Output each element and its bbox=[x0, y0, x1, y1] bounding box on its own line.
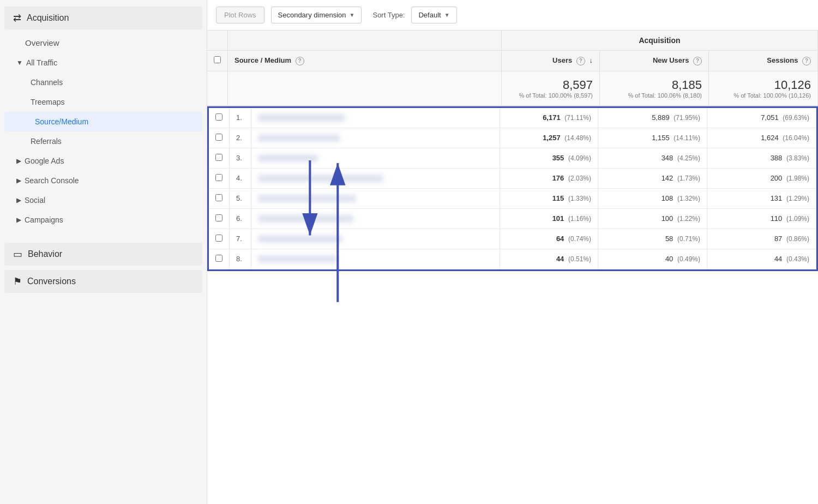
highlighted-data-section: 1. 6,171 (71.11%) 5,889 (71.95%) 7,051 (… bbox=[207, 106, 818, 271]
header-acquisition-group: Acquisition bbox=[502, 31, 818, 51]
row-source-cell bbox=[251, 229, 500, 249]
row-new-users-cell: 348 (4.25%) bbox=[598, 148, 707, 168]
table-row: 5. 115 (1.33%) 108 (1.32%) 131 (1.29%) bbox=[209, 188, 816, 208]
secondary-dimension-dropdown[interactable]: Secondary dimension ▼ bbox=[271, 7, 362, 23]
sidebar-item-social[interactable]: ▶ Social bbox=[0, 190, 207, 210]
row-checkbox[interactable] bbox=[215, 194, 222, 201]
sidebar-campaigns-label: Campaigns bbox=[25, 215, 63, 224]
sidebar-overview-label: Overview bbox=[25, 38, 59, 47]
row-checkbox-cell bbox=[209, 128, 230, 148]
chevron-right-icon-sc: ▶ bbox=[16, 177, 21, 184]
row-users-cell: 355 (4.09%) bbox=[500, 148, 598, 168]
sidebar-item-search-console[interactable]: ▶ Search Console bbox=[0, 171, 207, 190]
chevron-down-icon: ▼ bbox=[16, 59, 23, 67]
users-header-label: Users bbox=[552, 56, 572, 64]
sessions-help-icon[interactable]: ? bbox=[802, 57, 811, 65]
row-source-cell bbox=[251, 188, 500, 208]
sidebar-item-behavior[interactable]: ▭ Behavior bbox=[4, 243, 202, 266]
plot-rows-button[interactable]: Plot Rows bbox=[216, 7, 264, 23]
blurred-source-text bbox=[258, 114, 345, 122]
row-sessions-value: 87 bbox=[774, 235, 782, 243]
header-sessions-col: Sessions ? bbox=[709, 51, 818, 71]
sidebar-channels-label: Channels bbox=[31, 78, 63, 87]
row-checkbox[interactable] bbox=[215, 113, 222, 121]
row-sessions-pct: (3.83%) bbox=[786, 154, 809, 162]
sidebar-item-treemaps[interactable]: Treemaps bbox=[0, 92, 207, 112]
sidebar-item-source-medium[interactable]: Source/Medium bbox=[4, 112, 202, 131]
row-users-pct: (0.51%) bbox=[568, 255, 591, 263]
totals-sessions-sub: % of Total: 100.00% (10,126) bbox=[715, 92, 811, 99]
row-new-users-pct: (14.11%) bbox=[673, 134, 700, 142]
highlighted-table: 1. 6,171 (71.11%) 5,889 (71.95%) 7,051 (… bbox=[209, 108, 816, 269]
row-users-cell: 115 (1.33%) bbox=[500, 188, 598, 208]
row-number-cell: 2. bbox=[230, 128, 251, 148]
row-checkbox-cell bbox=[209, 208, 230, 229]
row-checkbox[interactable] bbox=[215, 134, 222, 141]
header-source-col: Source / Medium ? bbox=[228, 51, 502, 71]
row-users-value: 115 bbox=[552, 194, 564, 202]
sort-type-dropdown[interactable]: Default ▼ bbox=[411, 7, 456, 23]
header-new-users-col: New Users ? bbox=[600, 51, 709, 71]
row-sessions-value: 1,624 bbox=[761, 134, 779, 142]
row-users-value: 355 bbox=[552, 154, 564, 162]
row-checkbox-cell bbox=[209, 168, 230, 188]
totals-users-value: 8,597 bbox=[508, 78, 593, 92]
source-medium-help-icon[interactable]: ? bbox=[296, 57, 304, 65]
row-new-users-value: 58 bbox=[665, 235, 673, 243]
table-row: 2. 1,257 (14.48%) 1,155 (14.11%) 1,624 (… bbox=[209, 128, 816, 148]
row-source-cell bbox=[251, 108, 500, 128]
blurred-source-text bbox=[258, 215, 353, 223]
header-source-medium bbox=[228, 31, 502, 51]
row-new-users-cell: 40 (0.49%) bbox=[598, 249, 707, 269]
sidebar-item-referrals[interactable]: Referrals bbox=[0, 131, 207, 151]
totals-row: 8,597 % of Total: 100.00% (8,597) 8,185 … bbox=[207, 71, 818, 106]
row-users-pct: (4.09%) bbox=[568, 154, 591, 162]
row-checkbox[interactable] bbox=[215, 255, 222, 262]
row-checkbox[interactable] bbox=[215, 214, 222, 221]
sidebar-item-conversions[interactable]: ⚑ Conversions bbox=[4, 270, 202, 293]
row-new-users-cell: 58 (0.71%) bbox=[598, 229, 707, 249]
row-users-pct: (2.03%) bbox=[568, 175, 591, 182]
row-sessions-pct: (16.04%) bbox=[783, 134, 809, 142]
row-new-users-pct: (0.71%) bbox=[677, 235, 700, 243]
row-new-users-pct: (1.22%) bbox=[677, 215, 700, 223]
secondary-dimension-label: Secondary dimension bbox=[278, 11, 346, 19]
sort-arrow-icon: ↓ bbox=[590, 56, 593, 64]
select-all-checkbox[interactable] bbox=[214, 56, 221, 63]
sidebar-item-overview[interactable]: Overview bbox=[0, 33, 207, 53]
row-new-users-cell: 100 (1.22%) bbox=[598, 208, 707, 229]
row-checkbox[interactable] bbox=[215, 235, 222, 242]
sidebar-item-all-traffic[interactable]: ▼ All Traffic bbox=[0, 53, 207, 73]
chevron-down-icon-sort: ▼ bbox=[444, 12, 450, 18]
blurred-source-text bbox=[258, 255, 337, 263]
row-users-value: 64 bbox=[556, 235, 564, 243]
row-new-users-value: 40 bbox=[665, 255, 673, 263]
row-source-cell bbox=[251, 168, 500, 188]
sidebar-item-google-ads[interactable]: ▶ Google Ads bbox=[0, 151, 207, 171]
row-checkbox[interactable] bbox=[215, 154, 222, 161]
row-number-cell: 7. bbox=[230, 229, 251, 249]
row-checkbox-cell bbox=[209, 108, 230, 128]
row-sessions-pct: (0.43%) bbox=[786, 255, 809, 263]
row-new-users-cell: 142 (1.73%) bbox=[598, 168, 707, 188]
blurred-source-text bbox=[258, 134, 340, 142]
sidebar-item-acquisition[interactable]: ⇄ Acquisition bbox=[4, 7, 202, 29]
table-row: 4. 176 (2.03%) 142 (1.73%) 200 (1.98%) bbox=[209, 168, 816, 188]
row-sessions-value: 388 bbox=[771, 154, 783, 162]
new-users-help-icon[interactable]: ? bbox=[693, 57, 702, 65]
row-checkbox[interactable] bbox=[215, 174, 222, 181]
totals-new-users-value: 8,185 bbox=[606, 78, 702, 92]
row-new-users-cell: 5,889 (71.95%) bbox=[598, 108, 707, 128]
row-sessions-value: 200 bbox=[771, 174, 783, 182]
row-new-users-value: 5,889 bbox=[652, 113, 670, 122]
users-help-icon[interactable]: ? bbox=[576, 57, 585, 65]
row-users-pct: (71.11%) bbox=[564, 114, 591, 122]
row-sessions-pct: (1.98%) bbox=[786, 175, 809, 182]
sidebar-item-campaigns[interactable]: ▶ Campaigns bbox=[0, 210, 207, 230]
row-sessions-value: 44 bbox=[774, 255, 782, 263]
row-checkbox-cell bbox=[209, 249, 230, 269]
row-number-cell: 6. bbox=[230, 208, 251, 229]
header-users-col: Users ? ↓ bbox=[502, 51, 600, 71]
sidebar-conversions-label: Conversions bbox=[27, 277, 76, 286]
sidebar-item-channels[interactable]: Channels bbox=[0, 73, 207, 92]
